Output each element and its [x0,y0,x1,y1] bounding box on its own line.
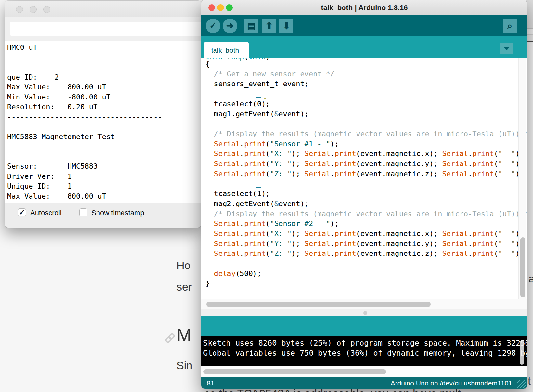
serial-monitor-window: HMC0 uT --------------------------------… [5,1,201,228]
upload-button[interactable]: ➜ [223,19,237,33]
line-number-indicator: 81 [207,379,214,387]
serial-monitor-button[interactable]: ⌕ [503,19,517,33]
save-sketch-button[interactable]: ⬇ [280,19,293,33]
background-window-edge [526,41,533,42]
autoscroll-label: Autoscroll [30,209,62,217]
ide-statusbar: 81 Arduino Uno on /dev/cu.usbmodem1101 [202,377,527,389]
tab-talk-both[interactable]: talk_both [204,42,249,58]
serial-monitor-bottom-bar: ✓ Autoscroll Show timestamp [5,203,201,228]
code-line: mag1.getEvent(&event); [205,109,309,119]
zoom-button[interactable] [43,6,50,13]
serial-monitor-titlebar[interactable] [5,1,201,17]
autoscroll-checkbox[interactable]: ✓ [18,208,26,216]
code-line: } [205,279,210,289]
editor-vertical-scrollbar-thumb[interactable] [520,237,525,297]
ide-titlebar[interactable]: talk_both | Arduino 1.8.16 [202,0,527,15]
background-window-edge [526,29,533,34]
editor-horizontal-scrollbar[interactable] [202,299,527,309]
serial-output-text: HMC0 uT --------------------------------… [5,41,201,201]
background-text-line2: ser [176,281,192,293]
magnifier-icon: ⌕ [507,21,513,31]
open-up-arrow-icon: ⬆ [266,21,273,31]
verify-button[interactable]: ✓ [206,19,220,33]
splitter-handle-icon[interactable] [363,311,367,315]
background-text-right-a: a [528,272,533,285]
background-window-edge [526,35,533,41]
code-line: /* Display the results (magnetic vector … [205,209,527,219]
console-horizontal-scrollbar-thumb[interactable] [203,369,386,374]
chevron-down-icon [504,47,510,50]
console-line: Sketch uses 8260 bytes (25%) of program … [203,338,527,347]
serial-monitor-send-row [5,17,201,41]
code-line: delay(500); [205,269,261,279]
code-line: /* Get a new sensor event */ [205,69,334,79]
editor-console-splitter[interactable] [202,309,527,316]
console-horizontal-scrollbar[interactable] [202,366,527,377]
background-text-line3: Sin [176,359,192,372]
render-artifact [264,98,266,99]
editor-horizontal-scrollbar-thumb[interactable] [206,302,431,307]
ide-tabbar: talk_both [202,36,527,58]
code-line: sensors_event_t event; [205,79,309,89]
code-line: Serial.print("Z: "); Serial.print(event.… [205,169,524,179]
ide-toolbar: ✓ ➜ ▤ ⬆ ⬇ ⌕ [202,15,527,36]
code-line-clipped: void loop(void) [205,58,270,62]
arduino-ide-window: talk_both | Arduino 1.8.16 ✓ ➜ ▤ ⬆ ⬇ ⌕ t… [202,0,527,389]
render-artifact [256,187,261,188]
code-line: /* Display the results (magnetic vector … [205,129,527,139]
open-sketch-button[interactable]: ⬆ [262,19,276,33]
build-console[interactable]: Sketch uses 8260 bytes (25%) of program … [202,336,527,366]
console-header-band [202,316,527,336]
show-timestamp-label: Show timestamp [91,209,144,217]
resize-grip-icon[interactable] [517,380,526,388]
editor-vertical-scrollbar[interactable] [518,58,526,299]
board-port-indicator: Arduino Uno on /dev/cu.usbmodem1101 [391,379,512,387]
link-icon [164,332,176,345]
save-down-arrow-icon: ⬇ [283,21,290,31]
code-line: mag2.getEvent(&event); [205,199,309,209]
code-line: Serial.print("Sensor #1 - "); [205,139,339,149]
code-line: tcaselect(1); [205,189,270,199]
background-text-right-t: t [528,374,531,387]
code-line: Serial.print("Y: "); Serial.print(event.… [205,239,524,249]
code-line: { [205,59,210,69]
new-sketch-button[interactable]: ▤ [244,19,258,33]
render-artifact [256,97,261,98]
background-text-line1: Ho [176,259,190,272]
code-line: Serial.print("X: "); Serial.print(event.… [205,149,524,159]
code-line: Serial.print("Sensor #2 - "); [205,219,339,229]
verify-check-icon: ✓ [209,20,217,31]
code-editor[interactable]: void loop(void) { /* Get a new sensor ev… [202,58,527,299]
console-line: Global variables use 750 bytes (36%) of … [203,348,527,358]
window-title: talk_both | Arduino 1.8.16 [202,4,527,12]
code-line: Serial.print("Z: "); Serial.print(event.… [205,249,524,259]
close-button[interactable] [16,6,23,13]
serial-send-input[interactable] [10,22,201,36]
upload-arrow-icon: ➜ [226,20,234,31]
code-line: Serial.print("Y: "); Serial.print(event.… [205,159,524,169]
new-document-icon: ▤ [247,21,255,31]
background-window-edge [526,0,533,28]
minimize-button[interactable] [30,6,37,13]
serial-output-area[interactable]: HMC0 uT --------------------------------… [5,41,201,203]
show-timestamp-checkbox[interactable] [79,208,87,216]
tab-menu-button[interactable] [500,43,513,54]
code-line: tcaselect(0); [205,99,270,109]
console-vertical-scrollbar-thumb[interactable] [520,340,524,365]
background-heading-fragment: M [176,324,192,346]
code-line: Serial.print("X: "); Serial.print(event.… [205,229,524,239]
